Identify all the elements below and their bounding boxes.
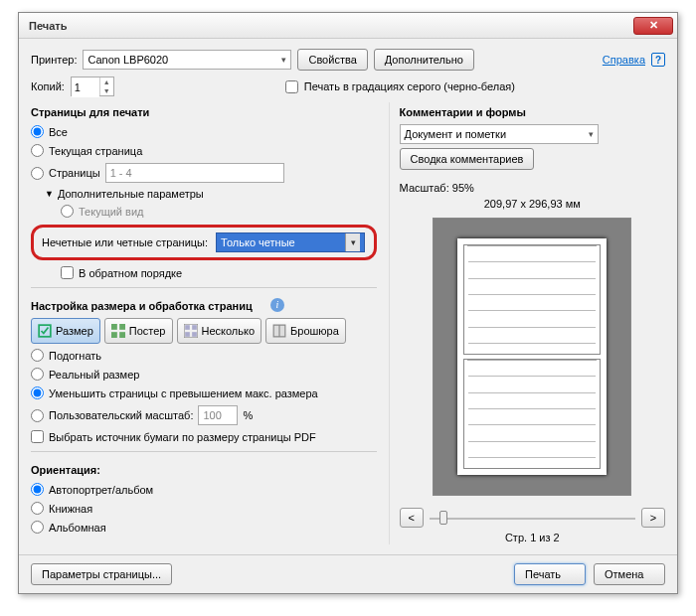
grayscale-checkbox[interactable] [285, 80, 298, 93]
page-setup-button[interactable]: Параметры страницы... [31, 563, 172, 585]
help-link[interactable]: Справка [603, 54, 645, 66]
preview-doc-2 [463, 359, 601, 469]
custom-radio[interactable] [31, 409, 44, 422]
pages-section-title: Страницы для печати [31, 106, 377, 118]
comments-title: Комментарии и формы [400, 106, 665, 118]
svg-rect-6 [185, 325, 190, 330]
tab-booklet[interactable]: Брошюра [265, 318, 346, 344]
svg-rect-4 [119, 332, 125, 338]
preview-doc-1 [463, 244, 601, 355]
booklet-icon [272, 324, 286, 338]
pages-range-radio[interactable] [31, 167, 44, 180]
shrink-radio[interactable] [31, 386, 44, 399]
cancel-button[interactable]: Отмена [594, 563, 665, 585]
fit-radio[interactable] [31, 349, 44, 362]
chevron-down-icon: ▼ [45, 189, 54, 199]
spinner-up[interactable]: ▲ [100, 77, 113, 86]
orient-portrait-radio[interactable] [31, 502, 44, 515]
odd-even-highlight: Нечетные или четные страницы: Только чет… [31, 225, 377, 260]
close-button[interactable]: ✕ [633, 17, 673, 35]
svg-rect-7 [192, 325, 197, 330]
advanced-button[interactable]: Дополнительно [374, 49, 474, 71]
multiple-icon [184, 324, 198, 338]
summarize-comments-button[interactable]: Сводка комментариев [400, 148, 535, 170]
comments-select[interactable]: Документ и пометки [400, 124, 599, 144]
svg-rect-8 [185, 332, 190, 337]
tab-poster[interactable]: Постер [104, 318, 173, 344]
print-button[interactable]: Печать [514, 563, 586, 585]
copies-spinner[interactable]: ▲▼ [71, 77, 114, 96]
current-view-radio[interactable] [61, 205, 74, 218]
zoom-slider[interactable] [430, 509, 635, 527]
tab-size[interactable]: Размер [31, 318, 100, 344]
poster-icon [111, 324, 125, 338]
svg-rect-3 [111, 332, 117, 338]
svg-rect-9 [192, 332, 197, 337]
odd-even-select[interactable]: Только четные [216, 232, 365, 252]
properties-button[interactable]: Свойства [297, 49, 367, 71]
page-counter: Стр. 1 из 2 [400, 532, 665, 543]
copies-input[interactable] [72, 77, 99, 97]
print-preview [433, 218, 631, 496]
reverse-checkbox[interactable] [61, 266, 74, 279]
orient-landscape-radio[interactable] [31, 521, 44, 534]
sizing-title: Настройка размера и обработка страниц [31, 300, 253, 312]
size-icon [38, 324, 52, 338]
help-icon[interactable]: ? [651, 53, 665, 67]
pages-range-input[interactable] [105, 163, 284, 183]
tab-multiple[interactable]: Несколько [177, 318, 262, 344]
grayscale-label: Печать в градациях серого (черно-белая) [304, 80, 515, 92]
orient-auto-radio[interactable] [31, 483, 44, 496]
prev-page-button[interactable]: < [400, 508, 424, 528]
source-checkbox[interactable] [31, 430, 44, 443]
pages-all-radio[interactable] [31, 125, 44, 138]
printer-select[interactable]: Canon LBP6020 [83, 50, 291, 70]
more-options-toggle[interactable]: ▼Дополнительные параметры [45, 188, 377, 200]
custom-scale-input[interactable] [198, 405, 238, 425]
svg-rect-2 [119, 324, 125, 330]
orientation-title: Ориентация: [31, 464, 377, 476]
titlebar: Печать ✕ [19, 13, 677, 39]
copies-label: Копий: [31, 80, 65, 92]
scale-readout: Масштаб: 95% [400, 182, 665, 194]
info-icon[interactable]: i [270, 298, 284, 312]
actual-radio[interactable] [31, 368, 44, 381]
next-page-button[interactable]: > [641, 508, 665, 528]
odd-even-label: Нечетные или четные страницы: [42, 236, 208, 248]
print-dialog: Печать ✕ Принтер: Canon LBP6020 Свойства… [18, 12, 678, 594]
spinner-down[interactable]: ▼ [100, 86, 113, 95]
pages-current-radio[interactable] [31, 144, 44, 157]
printer-label: Принтер: [31, 54, 77, 66]
svg-rect-1 [111, 324, 117, 330]
dialog-title: Печать [29, 20, 633, 32]
dimensions-readout: 209,97 x 296,93 мм [400, 198, 665, 210]
